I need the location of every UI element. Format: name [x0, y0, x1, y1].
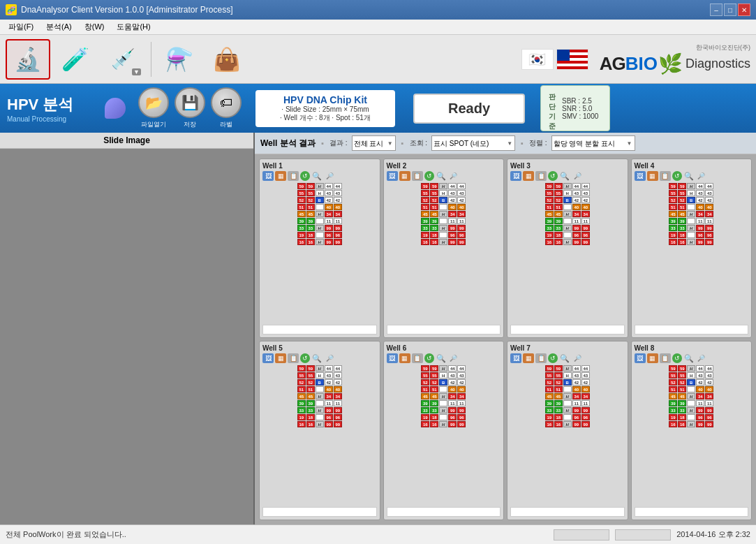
well-icon-grid-7[interactable]: ▦ — [523, 353, 534, 363]
well-icon-copy-6[interactable]: 📋 — [412, 353, 423, 363]
well-icon-zoom-in-2[interactable]: 🔍 — [436, 171, 447, 181]
well-card-toolbar-7: 🖼 ▦ 📋 ↺ 🔍 🔎 — [510, 353, 625, 363]
well-icon-grid-2[interactable]: ▦ — [399, 171, 410, 181]
well-card-title-5: Well 5 — [262, 344, 377, 352]
well-icon-copy-5[interactable]: 📋 — [288, 353, 299, 363]
well-icon-zoom-out-7[interactable]: 🔎 — [572, 353, 583, 363]
well-card-toolbar-3: 🖼 ▦ 📋 ↺ 🔍 🔎 — [510, 171, 625, 181]
us-flag[interactable] — [556, 49, 588, 70]
toolbar-tubes-button[interactable]: 🧪 — [53, 39, 98, 80]
well-icon-copy-4[interactable]: 📋 — [660, 171, 671, 181]
well-icon-zoom-out-8[interactable]: 🔎 — [696, 353, 707, 363]
well-card-4: Well 4 🖼 ▦ 📋 ↺ 🔍 🔎 5959H44445555H4343525… — [631, 159, 753, 338]
well-icon-copy-1[interactable]: 📋 — [288, 171, 299, 181]
well-icon-zoom-in-4[interactable]: 🔍 — [683, 171, 695, 181]
well-icon-zoom-out-6[interactable]: 🔎 — [448, 353, 459, 363]
close-button[interactable]: ✕ — [738, 3, 750, 16]
well-icon-zoom-in-6[interactable]: 🔍 — [436, 353, 447, 363]
well-card-toolbar-2: 🖼 ▦ 📋 ↺ 🔍 🔎 — [387, 171, 501, 181]
kit-info: HPV DNA Chip Kit · Slide Size : 25mm × 7… — [255, 90, 395, 127]
toolbar-bag-button[interactable]: 👜 — [205, 39, 249, 80]
logo-diag: Diagnostics — [685, 57, 750, 71]
action-open-button[interactable]: 📂 파일열기 — [138, 87, 169, 129]
well-icon-image-8[interactable]: 🖼 — [635, 353, 646, 363]
result-select[interactable]: 전체 표시 양성 음성 — [352, 135, 396, 151]
minimize-button[interactable]: – — [710, 3, 722, 16]
well-icon-copy-3[interactable]: 📋 — [535, 171, 547, 181]
well-card-2: Well 2 🖼 ▦ 📋 ↺ 🔍 🔎 5959H44445555H4343525… — [383, 159, 505, 338]
well-icon-image-7[interactable]: 🖼 — [510, 353, 521, 363]
well-icon-zoom-in-8[interactable]: 🔍 — [683, 353, 695, 363]
korean-flag[interactable]: 🇰🇷 — [521, 49, 554, 70]
well-icon-refresh-5[interactable]: ↺ — [300, 353, 310, 363]
toolbar-separator-1 — [151, 42, 151, 77]
result-select-wrapper: 전체 표시 양성 음성 ▼ — [352, 135, 396, 151]
well-card-bottom-2 — [387, 325, 501, 335]
hpv-subtitle: Manual Processing — [7, 115, 98, 123]
well-icon-refresh-4[interactable]: ↺ — [672, 171, 682, 181]
maximize-button[interactable]: □ — [724, 3, 736, 16]
logo-area: 한국바이오진단(주) AG BIO 🌿 Diagnostics — [600, 43, 750, 75]
app-icon: 🧬 — [6, 4, 17, 15]
menu-bar: 파일(F) 분석(A) 창(W) 도움말(H) — [0, 20, 756, 35]
well-icon-image-5[interactable]: 🖼 — [262, 353, 274, 363]
well-icon-grid-1[interactable]: ▦ — [275, 171, 286, 181]
toolbar-microscope-button[interactable]: 🔬 — [6, 39, 50, 80]
well-icon-image-4[interactable]: 🖼 — [635, 171, 646, 181]
action-label-button[interactable]: 🏷 라벨 — [211, 87, 242, 129]
well-card-title-4: Well 4 — [635, 162, 749, 170]
query-select[interactable]: 표시 SPOT (네모) 표시 SPOT (원) 숫자 표시 — [431, 135, 515, 151]
status-message: 전체 PoolWork이 완료 되었습니다.. — [6, 529, 126, 540]
menu-help[interactable]: 도움말(H) — [111, 20, 156, 34]
well-icon-zoom-in-1[interactable]: 🔍 — [311, 171, 323, 181]
well-icon-copy-7[interactable]: 📋 — [535, 353, 547, 363]
well-icon-zoom-in-5[interactable]: 🔍 — [311, 353, 323, 363]
well-icon-zoom-out-2[interactable]: 🔎 — [448, 171, 459, 181]
well-icon-copy-8[interactable]: 📋 — [660, 353, 671, 363]
well-icon-zoom-out-5[interactable]: 🔎 — [324, 353, 335, 363]
sort-select[interactable]: 할당 영역 분할 표시 번호순 표시 — [551, 135, 635, 151]
menu-analysis[interactable]: 분석(A) — [40, 20, 77, 34]
well-icon-grid-5[interactable]: ▦ — [275, 353, 286, 363]
slide-image-area — [0, 149, 253, 524]
menu-file[interactable]: 파일(F) — [3, 20, 39, 34]
status-bar: 전체 PoolWork이 완료 되었습니다.. 2014-04-16 오후 2:… — [0, 524, 756, 544]
hpv-title-area: HPV 분석 Manual Processing — [7, 94, 98, 123]
well-icon-zoom-out-1[interactable]: 🔎 — [324, 171, 335, 181]
well-card-6: Well 6 🖼 ▦ 📋 ↺ 🔍 🔎 5959H44445555H4343525… — [383, 341, 505, 520]
query-label: 조회 : — [410, 138, 428, 148]
well-icon-image-3[interactable]: 🖼 — [510, 171, 521, 181]
well-card-toolbar-1: 🖼 ▦ 📋 ↺ 🔍 🔎 — [262, 171, 377, 181]
well-icon-copy-2[interactable]: 📋 — [412, 171, 423, 181]
ready-badge: Ready — [413, 94, 525, 124]
well-icon-image-6[interactable]: 🖼 — [387, 353, 398, 363]
well-card-title-2: Well 2 — [387, 162, 501, 170]
well-icon-grid-6[interactable]: ▦ — [399, 353, 410, 363]
well-icon-refresh-2[interactable]: ↺ — [424, 171, 434, 181]
kit-detail-1: · Slide Size : 25mm × 75mm — [264, 105, 387, 113]
well-icon-zoom-in-3[interactable]: 🔍 — [559, 171, 570, 181]
well-icon-refresh-7[interactable]: ↺ — [548, 353, 558, 363]
well-icon-grid-8[interactable]: ▦ — [647, 353, 658, 363]
toolbar-flask-button[interactable]: ⚗️ — [157, 39, 202, 80]
well-card-8: Well 8 🖼 ▦ 📋 ↺ 🔍 🔎 5959H44445555H4343525… — [631, 341, 753, 520]
well-icon-zoom-out-3[interactable]: 🔎 — [572, 171, 583, 181]
toolbar-blood-button[interactable]: 💉 ▼ — [101, 39, 145, 80]
toolbar: 🔬 🧪 💉 ▼ ⚗️ 👜 🇰🇷 한국바이오진단(주) AG BIO 🌿 Diag… — [0, 35, 756, 84]
well-icon-refresh-8[interactable]: ↺ — [672, 353, 682, 363]
well-card-1: Well 1 🖼 ▦ 📋 ↺ 🔍 🔎 5959H44445555H4343525… — [259, 159, 380, 338]
well-icon-refresh-6[interactable]: ↺ — [424, 353, 434, 363]
well-icon-zoom-out-4[interactable]: 🔎 — [696, 171, 707, 181]
well-icon-image-1[interactable]: 🖼 — [262, 171, 274, 181]
well-icon-image-2[interactable]: 🖼 — [387, 171, 398, 181]
slide-panel: Slide Image — [0, 133, 255, 524]
well-icon-zoom-in-7[interactable]: 🔍 — [559, 353, 570, 363]
well-card-title-8: Well 8 — [635, 344, 749, 352]
well-icon-grid-4[interactable]: ▦ — [647, 171, 658, 181]
well-icon-refresh-1[interactable]: ↺ — [300, 171, 310, 181]
well-icon-grid-3[interactable]: ▦ — [523, 171, 534, 181]
action-save-button[interactable]: 💾 저장 — [175, 87, 205, 129]
well-card-bottom-8 — [635, 507, 749, 517]
well-icon-refresh-3[interactable]: ↺ — [548, 171, 558, 181]
menu-window[interactable]: 창(W) — [79, 20, 110, 34]
